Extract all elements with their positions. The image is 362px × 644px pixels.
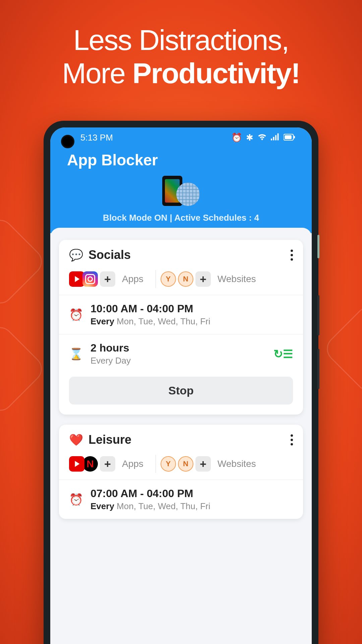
chat-icon: 💬 xyxy=(69,248,83,262)
hourglass-icon: ⌛ xyxy=(69,347,83,361)
divider xyxy=(156,455,156,473)
svg-rect-2 xyxy=(275,135,277,140)
content-area: 💬 Socials + Apps Y N + Websites xyxy=(50,228,312,541)
clock-icon: ⏰ xyxy=(69,308,83,321)
bg-decor xyxy=(0,322,47,417)
netflix-icon: N xyxy=(82,456,98,472)
card-menu-button[interactable] xyxy=(291,250,293,261)
website-chip: Y xyxy=(161,456,176,472)
svg-rect-6 xyxy=(294,136,295,138)
block-mode-status: Block Mode ON | Active Schedules : 4 xyxy=(67,213,295,223)
statusbar-time: 5:13 PM xyxy=(80,132,113,143)
hero-text: Less Distractions, More Productivity! xyxy=(0,0,362,103)
phone-frame: 5:13 PM ⏰ ✱ App Blocker Block Mode ON | … xyxy=(44,121,318,644)
website-chip: N xyxy=(178,271,193,287)
alarm-icon: ⏰ xyxy=(231,132,242,143)
clock-icon: ⏰ xyxy=(69,493,83,506)
svg-rect-5 xyxy=(285,135,291,139)
websites-label: Websites xyxy=(218,274,256,284)
limit-value: 2 hours xyxy=(90,342,266,354)
add-app-button[interactable]: + xyxy=(100,456,115,472)
add-app-button[interactable]: + xyxy=(100,271,115,287)
limit-row[interactable]: ⌛ 2 hours Every Day ↻☰ xyxy=(59,334,303,373)
schedule-card-leisure: ❤️ Leisure N + Apps Y N + Websites xyxy=(59,425,303,519)
statusbar: 5:13 PM ⏰ ✱ xyxy=(50,127,312,148)
limit-freq: Every Day xyxy=(90,356,266,366)
card-title: Leisure xyxy=(88,433,285,447)
schedule-days: Every Mon, Tue, Wed, Thu, Fri xyxy=(90,501,293,512)
stop-button[interactable]: Stop xyxy=(69,377,293,405)
svg-rect-0 xyxy=(271,139,272,140)
hero-line-2: More Productivity! xyxy=(13,57,349,90)
svg-rect-1 xyxy=(273,137,275,140)
front-camera xyxy=(61,135,74,148)
bg-decor xyxy=(321,302,362,396)
bg-decor xyxy=(0,214,47,309)
card-title: Socials xyxy=(88,248,285,262)
schedule-row[interactable]: ⏰ 07:00 AM - 04:00 PM Every Mon, Tue, We… xyxy=(59,480,303,519)
header-icons xyxy=(67,176,295,206)
phone-screen: 5:13 PM ⏰ ✱ App Blocker Block Mode ON | … xyxy=(50,127,312,644)
statusbar-icons: ⏰ ✱ xyxy=(231,132,295,143)
card-menu-button[interactable] xyxy=(291,434,293,445)
battery-icon xyxy=(284,132,295,143)
schedule-days: Every Mon, Tue, Wed, Thu, Fri xyxy=(90,316,293,327)
bluetooth-icon: ✱ xyxy=(246,132,253,143)
phone-side-button xyxy=(317,349,319,389)
wifi-icon xyxy=(257,132,267,143)
heart-icon: ❤️ xyxy=(69,433,83,447)
youtube-icon xyxy=(69,456,84,472)
instagram-icon xyxy=(82,271,98,287)
websites-label: Websites xyxy=(218,459,256,469)
schedule-card-socials: 💬 Socials + Apps Y N + Websites xyxy=(59,240,303,415)
website-chip: Y xyxy=(161,271,176,287)
schedule-time: 10:00 AM - 04:00 PM xyxy=(90,303,293,315)
app-title: App Blocker xyxy=(67,151,295,169)
add-website-button[interactable]: + xyxy=(195,456,211,472)
divider xyxy=(156,270,156,288)
schedule-time: 07:00 AM - 04:00 PM xyxy=(90,487,293,500)
add-website-button[interactable]: + xyxy=(195,271,211,287)
hero-line-1: Less Distractions, xyxy=(13,23,349,57)
app-header: App Blocker Block Mode ON | Active Sched… xyxy=(50,148,312,233)
repeat-icon: ↻☰ xyxy=(274,347,293,361)
phone-side-button xyxy=(317,295,319,335)
website-chip: N xyxy=(178,456,193,472)
globe-icon xyxy=(176,182,200,206)
schedule-row[interactable]: ⏰ 10:00 AM - 04:00 PM Every Mon, Tue, We… xyxy=(59,295,303,334)
apps-label: Apps xyxy=(122,459,143,469)
phone-side-button xyxy=(317,235,319,258)
signal-icon xyxy=(271,132,280,143)
svg-rect-3 xyxy=(278,133,279,140)
apps-label: Apps xyxy=(122,274,143,284)
